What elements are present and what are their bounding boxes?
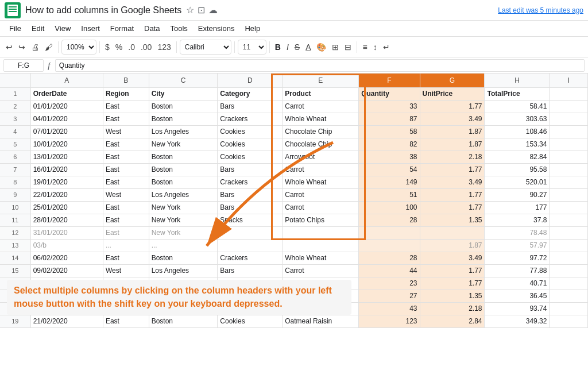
- data-cell[interactable]: 149: [359, 176, 420, 188]
- data-cell[interactable]: Boston: [149, 113, 218, 125]
- print-button[interactable]: 🖨: [29, 41, 41, 53]
- data-cell[interactable]: 1.35: [420, 214, 485, 226]
- percent-button[interactable]: %: [113, 41, 125, 53]
- valign-button[interactable]: ↕: [371, 41, 380, 53]
- star-icon[interactable]: ☆: [186, 5, 194, 16]
- data-cell[interactable]: Chocolate Chip: [283, 138, 359, 151]
- data-cell[interactable]: 16/01/2020: [30, 163, 103, 176]
- undo-button[interactable]: ↩: [3, 41, 15, 53]
- data-cell[interactable]: East: [103, 277, 149, 290]
- data-cell[interactable]: 1.77: [420, 277, 485, 290]
- data-cell[interactable]: 13/01/2020: [30, 151, 103, 163]
- data-cell[interactable]: East: [103, 226, 149, 239]
- data-cell[interactable]: Los Angeles: [149, 125, 218, 138]
- data-cell[interactable]: Bars: [218, 277, 283, 290]
- data-cell[interactable]: [550, 315, 588, 327]
- data-cell[interactable]: West: [103, 264, 149, 277]
- font-select[interactable]: Calibri: [180, 40, 231, 55]
- wrap-button[interactable]: ↵: [381, 41, 392, 53]
- data-cell[interactable]: 1.35: [420, 290, 485, 302]
- data-cell[interactable]: 12/02/2020: [30, 277, 103, 290]
- data-cell[interactable]: [550, 277, 588, 290]
- currency-button[interactable]: $: [103, 41, 112, 53]
- data-cell[interactable]: Bars: [218, 188, 283, 201]
- menu-tools[interactable]: Tools: [165, 22, 192, 34]
- data-cell[interactable]: 58.41: [485, 100, 550, 113]
- col-header-g[interactable]: G: [420, 74, 485, 87]
- menu-data[interactable]: Data: [140, 22, 164, 34]
- data-cell[interactable]: Boston: [149, 252, 218, 264]
- menu-insert[interactable]: Insert: [76, 22, 105, 34]
- data-cell[interactable]: Cookies: [218, 125, 283, 138]
- data-cell[interactable]: New York: [149, 214, 218, 226]
- data-cell[interactable]: 82.84: [485, 151, 550, 163]
- data-cell[interactable]: Whole Wheat: [283, 176, 359, 188]
- data-cell[interactable]: 177: [485, 201, 550, 214]
- data-cell[interactable]: [550, 264, 588, 277]
- data-cell[interactable]: 21/02/2020: [30, 315, 103, 327]
- col-header-e[interactable]: E: [283, 74, 359, 87]
- col-header-i[interactable]: I: [550, 74, 588, 87]
- data-cell[interactable]: Los Angeles: [149, 188, 218, 201]
- data-cell[interactable]: Boston: [149, 302, 218, 315]
- data-cell[interactable]: 2.18: [420, 302, 485, 315]
- data-cell[interactable]: 3.49: [420, 113, 485, 125]
- data-cell[interactable]: 01/01/2020: [30, 100, 103, 113]
- data-cell[interactable]: [550, 125, 588, 138]
- data-cell[interactable]: [550, 138, 588, 151]
- data-cell[interactable]: 57.97: [485, 239, 550, 252]
- data-cell[interactable]: 108.46: [485, 125, 550, 138]
- data-cell[interactable]: 31/01/2020: [30, 226, 103, 239]
- merge-button[interactable]: ⊟: [342, 41, 354, 53]
- col-header-h[interactable]: H: [485, 74, 550, 87]
- data-cell[interactable]: 123: [359, 315, 420, 327]
- bold-button[interactable]: B: [273, 41, 283, 53]
- data-cell[interactable]: [283, 239, 359, 252]
- menu-format[interactable]: Format: [106, 22, 138, 34]
- decimal0-button[interactable]: .0: [126, 41, 137, 53]
- data-cell[interactable]: 3.49: [420, 176, 485, 188]
- col-header-f[interactable]: F: [359, 74, 420, 87]
- data-cell[interactable]: Cookies: [218, 151, 283, 163]
- data-cell[interactable]: East: [103, 201, 149, 214]
- data-cell[interactable]: East: [103, 138, 149, 151]
- menu-edit[interactable]: Edit: [27, 22, 49, 34]
- data-cell[interactable]: 03/b: [30, 239, 103, 252]
- data-cell[interactable]: [550, 176, 588, 188]
- data-cell[interactable]: 2.84: [420, 315, 485, 327]
- data-cell[interactable]: 95.58: [485, 163, 550, 176]
- data-cell[interactable]: 28/01/2020: [30, 214, 103, 226]
- data-cell[interactable]: [550, 151, 588, 163]
- borders-button[interactable]: ⊞: [330, 41, 341, 53]
- data-cell[interactable]: Chocolate Chip: [283, 125, 359, 138]
- data-cell[interactable]: 349.32: [485, 315, 550, 327]
- data-cell[interactable]: East: [103, 163, 149, 176]
- data-cell[interactable]: New York: [149, 226, 218, 239]
- zoom-select[interactable]: 100%: [61, 40, 96, 55]
- data-cell[interactable]: 90.27: [485, 188, 550, 201]
- data-cell[interactable]: 87: [359, 113, 420, 125]
- data-cell[interactable]: [550, 100, 588, 113]
- menu-file[interactable]: File: [5, 22, 26, 34]
- data-cell[interactable]: Crackers: [218, 252, 283, 264]
- data-cell[interactable]: Potato Chips: [283, 290, 359, 302]
- data-cell[interactable]: Snacks: [218, 214, 283, 226]
- data-cell[interactable]: New York: [149, 290, 218, 302]
- data-cell[interactable]: East: [103, 113, 149, 125]
- data-cell[interactable]: 1.77: [420, 163, 485, 176]
- data-cell[interactable]: Bars: [218, 264, 283, 277]
- data-cell[interactable]: [550, 113, 588, 125]
- font-size-select[interactable]: 11: [238, 40, 266, 55]
- col-header-b[interactable]: B: [103, 74, 149, 87]
- data-cell[interactable]: 38: [359, 151, 420, 163]
- data-cell[interactable]: Carrot: [283, 264, 359, 277]
- data-cell[interactable]: 10/01/2020: [30, 138, 103, 151]
- data-cell[interactable]: Boston: [149, 315, 218, 327]
- data-cell[interactable]: West: [103, 125, 149, 138]
- data-cell[interactable]: [359, 239, 420, 252]
- data-cell[interactable]: 25/01/2020: [30, 201, 103, 214]
- data-cell[interactable]: Bars: [218, 201, 283, 214]
- data-cell[interactable]: Boston: [149, 176, 218, 188]
- data-cell[interactable]: East: [103, 302, 149, 315]
- data-cell[interactable]: Crackers: [218, 176, 283, 188]
